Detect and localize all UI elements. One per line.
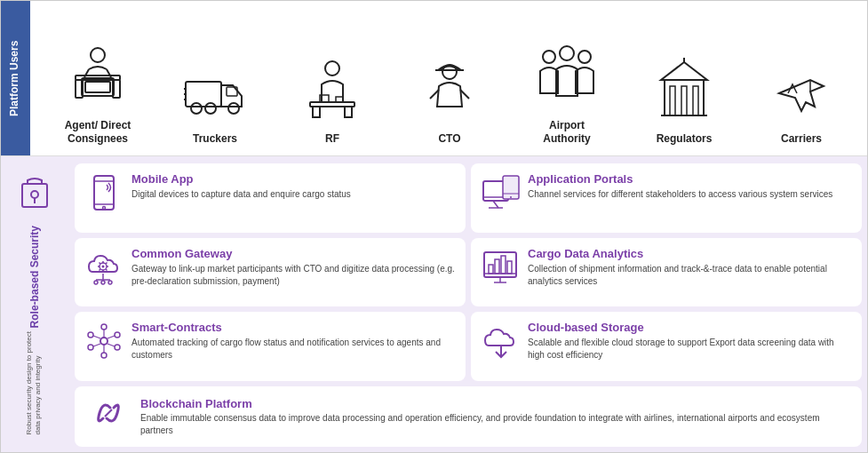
cto-icon [423,58,476,127]
svg-rect-28 [670,86,675,115]
smart-contracts-icon [85,322,123,368]
svg-line-43 [493,201,498,208]
svg-line-74 [108,336,115,338]
airport-icon [531,44,602,114]
role-subtitle: Robust security design to protectdata pr… [25,331,44,435]
platform-users-label: Platform Users [1,1,28,155]
svg-rect-16 [313,107,320,117]
svg-point-49 [102,265,105,267]
common-gateway-desc: Gateway to link-up market participants w… [131,263,455,288]
svg-point-66 [101,324,107,330]
agent-label: Agent/ DirectConsignees [65,119,131,147]
cards-row-1: Mobile App Digital devices to capture da… [75,163,862,233]
svg-point-9 [205,103,216,114]
user-carriers: Carriers [748,67,855,147]
smart-contracts-title: Smart-Contracts [131,321,455,334]
svg-point-25 [560,46,574,60]
app-portals-content: Application Portals Channel services for… [528,172,832,201]
rf-icon [306,58,359,127]
app-portals-desc: Channel services for different stakehold… [528,188,832,201]
cards-row-2: Common Gateway Gateway to link-up market… [75,238,862,307]
svg-line-75 [108,344,115,346]
card-app-portals: Application Portals Channel services for… [471,163,862,233]
smart-contracts-content: Smart-Contracts Automated tracking of ca… [131,321,455,362]
cards-container: Mobile App Digital devices to capture da… [68,156,868,453]
svg-point-26 [578,51,591,63]
svg-rect-45 [503,176,519,199]
app-portals-icon [482,174,519,218]
carriers-label: Carriers [781,132,822,147]
svg-point-54 [108,281,112,284]
user-rf: RF [279,58,386,147]
card-smart-contracts: Smart-Contracts Automated tracking of ca… [75,312,466,381]
blockchain-content: Blockchain Platform Enable immutable con… [140,397,848,437]
main-container: Platform Users [1,1,868,453]
user-airport: AirportAuthority [514,44,620,147]
user-agent: Agent/ DirectConsignees [44,44,151,147]
common-gateway-icon [85,249,123,294]
svg-point-67 [101,353,107,358]
svg-rect-60 [507,261,512,274]
svg-rect-34 [22,184,47,207]
blockchain-card: Blockchain Platform Enable immutable con… [75,386,862,447]
card-cloud-storage: Cloud-based Storage Scalable and flexibl… [471,312,862,381]
svg-point-47 [510,196,512,198]
common-gateway-content: Common Gateway Gateway to link-up market… [131,247,455,288]
svg-line-71 [93,344,100,346]
svg-rect-58 [495,259,499,274]
svg-point-53 [101,281,105,284]
blockchain-icon [89,393,128,441]
blockchain-desc: Enable immutable consensus data to impro… [140,412,848,437]
svg-rect-17 [345,107,352,117]
cargo-analytics-title: Cargo Data Analytics [528,247,851,260]
role-based-security-label: Role-based Security Robust security desi… [1,156,68,453]
svg-rect-6 [186,82,221,107]
svg-point-10 [228,103,239,114]
cloud-storage-content: Cloud-based Storage Scalable and flexibl… [528,321,851,362]
svg-point-65 [88,345,93,350]
svg-point-5 [91,48,105,62]
cargo-analytics-icon [482,249,519,292]
svg-point-69 [115,345,120,350]
trucker-icon [184,71,246,127]
svg-line-77 [105,409,112,417]
user-trucker: Truckers [162,71,268,147]
role-title: Role-based Security [28,226,41,328]
svg-point-63 [100,338,108,345]
cto-label: CTO [438,132,460,147]
smart-contracts-desc: Automated tracking of cargo flow status … [131,337,455,362]
svg-rect-29 [681,86,687,115]
mobile-app-content: Mobile App Digital devices to capture da… [131,172,351,201]
svg-point-40 [103,207,106,210]
user-cto: CTO [396,58,503,147]
users-row: Agent/ DirectConsignees [28,1,868,155]
regulators-icon [657,58,711,127]
mobile-app-icon [85,174,123,219]
svg-rect-30 [693,86,698,115]
regulators-label: Regulators [657,132,713,147]
svg-point-68 [115,332,120,338]
app-portals-title: Application Portals [528,172,832,186]
common-gateway-title: Common Gateway [131,247,455,260]
carriers-icon [770,67,832,127]
svg-rect-4 [85,82,110,92]
blockchain-title: Blockchain Platform [140,397,848,410]
svg-point-14 [325,61,339,76]
cargo-analytics-desc: Collection of shipment information and t… [528,263,851,288]
svg-point-8 [191,103,202,114]
svg-rect-57 [489,265,493,274]
svg-point-35 [31,191,38,198]
cloud-storage-icon [482,322,519,368]
cargo-analytics-content: Cargo Data Analytics Collection of shipm… [528,247,851,288]
user-regulators: Regulators [631,58,737,147]
svg-point-64 [88,332,93,338]
card-mobile-app: Mobile App Digital devices to capture da… [75,163,466,233]
role-based-icon [17,175,52,219]
cards-row-3: Smart-Contracts Automated tracking of ca… [75,312,862,381]
svg-rect-59 [501,256,506,274]
agent-icon [71,44,124,114]
card-cargo-analytics: Cargo Data Analytics Collection of shipm… [471,238,862,307]
svg-point-52 [94,281,98,284]
svg-point-24 [543,51,555,63]
rf-label: RF [325,132,339,147]
